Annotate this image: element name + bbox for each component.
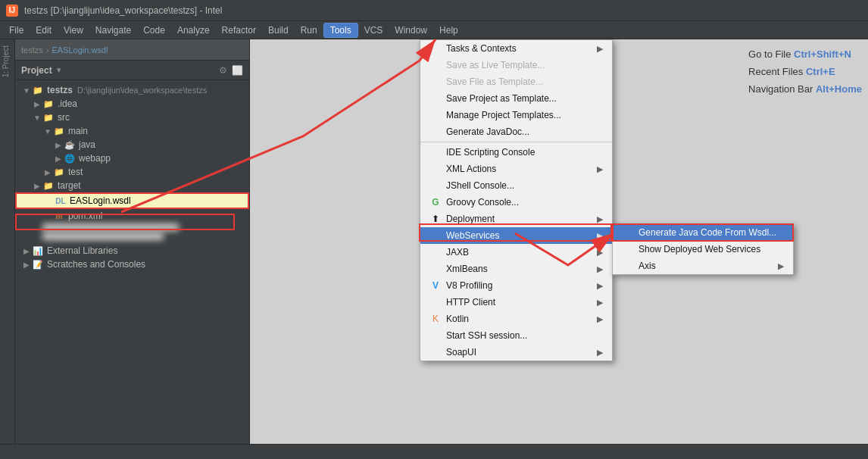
deploy-icon: ⬆ bbox=[429, 213, 442, 225]
tree-target[interactable]: ▶ 📁 target bbox=[15, 179, 249, 192]
menu-jaxb[interactable]: JAXB ▶ bbox=[420, 244, 612, 261]
v8-arrow: ▶ bbox=[597, 281, 603, 291]
menu-show-deployed[interactable]: Show Deployed Web Services bbox=[613, 241, 793, 258]
menu-ide-scripting[interactable]: IDE Scripting Console bbox=[420, 144, 612, 161]
tree-src[interactable]: ▼ 📁 src bbox=[15, 111, 249, 124]
main-label: main bbox=[68, 126, 88, 136]
pom-arrow bbox=[42, 211, 53, 221]
javadoc-icon bbox=[429, 126, 442, 138]
menu-generate-javadoc[interactable]: Generate JavaDoc... bbox=[420, 123, 612, 140]
menu-file[interactable]: File bbox=[3, 23, 30, 37]
tree-scratches[interactable]: ▶ 📝 Scratches and Consoles bbox=[15, 258, 249, 271]
wsdl-icon: DL bbox=[55, 195, 67, 207]
menu-v8-profiling[interactable]: V V8 Profiling ▶ bbox=[420, 277, 612, 294]
wsdl-label: EASLogin.wsdl bbox=[70, 195, 131, 206]
window-title: testzs [D:\jianglijun\idea_workspace\tes… bbox=[24, 5, 222, 16]
root-path: D:\jianglijun\idea_workspace\testzs bbox=[77, 86, 207, 95]
menu-save-project[interactable]: Save Project as Template... bbox=[420, 90, 612, 107]
menu-manage-templates[interactable]: Manage Project Templates... bbox=[420, 107, 612, 123]
tree-java[interactable]: ▶ ☕ java bbox=[15, 138, 249, 151]
app-icon: IJ bbox=[6, 5, 18, 17]
menu-jshell[interactable]: JShell Console... bbox=[420, 177, 612, 194]
xmlbeans-icon bbox=[429, 263, 442, 275]
menu-axis[interactable]: Axis ▶ bbox=[613, 258, 793, 274]
pom-label: pom.xml bbox=[68, 211, 102, 221]
menu-help[interactable]: Help bbox=[433, 23, 464, 37]
menu-bar: File Edit View Navigate Code Analyze Ref… bbox=[0, 21, 868, 39]
tree-wsdl[interactable]: DL EASLogin.wsdl bbox=[15, 192, 249, 209]
menu-webservices[interactable]: WebServices ▶ bbox=[420, 227, 612, 244]
menu-build[interactable]: Build bbox=[262, 23, 295, 37]
gear-icon[interactable]: ⚙ bbox=[219, 65, 227, 76]
xmlbeans-arrow: ▶ bbox=[597, 264, 603, 274]
tree-blurred-1 bbox=[15, 223, 249, 232]
menu-kotlin[interactable]: K Kotlin ▶ bbox=[420, 311, 612, 327]
tasks-icon bbox=[429, 42, 442, 55]
menu-http-client[interactable]: HTTP Client ▶ bbox=[420, 294, 612, 311]
deployed-icon bbox=[622, 243, 634, 255]
breadcrumb-file[interactable]: EASLogin.wsdl bbox=[52, 45, 108, 55]
menu-gen-java[interactable]: Generate Java Code From Wsdl... bbox=[613, 224, 793, 241]
shortcut-recent: Recent Files Ctrl+E bbox=[748, 63, 862, 80]
menu-xmlbeans[interactable]: XmlBeans ▶ bbox=[420, 261, 612, 277]
menu-code[interactable]: Code bbox=[137, 23, 171, 37]
project-strip-label[interactable]: 1: Project bbox=[0, 39, 14, 83]
tree-external-libs[interactable]: ▶ 📊 External Libraries bbox=[15, 244, 249, 258]
panel-dropdown[interactable]: ▼ bbox=[55, 66, 63, 74]
menu-analyze[interactable]: Analyze bbox=[171, 23, 216, 37]
collapse-icon[interactable]: ⬜ bbox=[232, 65, 243, 76]
menu-tasks[interactable]: Tasks & Contexts ▶ bbox=[420, 40, 612, 57]
ext-label: External Libraries bbox=[47, 245, 117, 256]
test-label: test bbox=[68, 167, 83, 177]
ws-icon bbox=[429, 230, 442, 242]
shortcut-navbar: Navigation Bar Alt+Home bbox=[748, 80, 862, 98]
menu-xml-actions[interactable]: XML Actions ▶ bbox=[420, 161, 612, 177]
tree-pom[interactable]: m pom.xml bbox=[15, 209, 249, 223]
menu-navigate[interactable]: Navigate bbox=[89, 23, 137, 37]
menu-save-live[interactable]: Save as Live Template... bbox=[420, 57, 612, 73]
tree-idea[interactable]: ▶ 📁 .idea bbox=[15, 97, 249, 111]
jshell-icon bbox=[429, 180, 442, 192]
menu-groovy[interactable]: G Groovy Console... bbox=[420, 194, 612, 211]
src-label: src bbox=[58, 112, 70, 123]
menu-window[interactable]: Window bbox=[389, 23, 433, 37]
target-label: target bbox=[58, 180, 81, 191]
src-folder-icon: 📁 bbox=[42, 111, 55, 123]
shortcut-goto: Go to File Ctrl+Shift+N bbox=[748, 45, 862, 63]
menu-run[interactable]: Run bbox=[295, 23, 323, 37]
menu-view[interactable]: View bbox=[58, 23, 89, 37]
tree-root[interactable]: ▼ 📁 testzs D:\jianglijun\idea_workspace\… bbox=[15, 83, 249, 97]
gen-java-icon bbox=[622, 226, 634, 239]
tools-menu: Tasks & Contexts ▶ Save as Live Template… bbox=[420, 39, 613, 361]
webapp-arrow: ▶ bbox=[53, 153, 64, 164]
menu-vcs[interactable]: VCS bbox=[358, 23, 389, 37]
menu-soapui[interactable]: SoapUI ▶ bbox=[420, 344, 612, 361]
deploy-arrow: ▶ bbox=[597, 214, 603, 224]
tree-webapp[interactable]: ▶ 🌐 webapp bbox=[15, 151, 249, 165]
ext-arrow: ▶ bbox=[21, 245, 32, 256]
breadcrumb-project[interactable]: testzs bbox=[21, 45, 43, 55]
menu-tools[interactable]: Tools bbox=[323, 23, 358, 38]
kotlin-arrow: ▶ bbox=[597, 314, 603, 324]
ext-icon: 📊 bbox=[32, 245, 44, 257]
ide-scripting-icon bbox=[429, 146, 442, 158]
xml-arrow: ▶ bbox=[597, 164, 603, 174]
menu-ssh[interactable]: Start SSH session... bbox=[420, 327, 612, 344]
save-file-icon bbox=[429, 76, 442, 88]
v8-icon: V bbox=[429, 279, 442, 292]
tree-test[interactable]: ▶ 📁 test bbox=[15, 165, 249, 179]
menu-refactor[interactable]: Refactor bbox=[216, 23, 262, 37]
idea-label: .idea bbox=[58, 98, 77, 109]
project-tree: ▼ 📁 testzs D:\jianglijun\idea_workspace\… bbox=[15, 80, 249, 459]
scratches-label: Scratches and Consoles bbox=[47, 259, 145, 270]
menu-edit[interactable]: Edit bbox=[30, 23, 58, 37]
menu-save-file[interactable]: Save File as Template... bbox=[420, 73, 612, 90]
java-label: java bbox=[79, 139, 95, 150]
panel-title: Project bbox=[21, 65, 52, 76]
menu-deployment[interactable]: ⬆ Deployment ▶ bbox=[420, 211, 612, 227]
root-folder-icon: 📁 bbox=[32, 84, 44, 96]
tree-main[interactable]: ▼ 📁 main bbox=[15, 124, 249, 138]
divider-1 bbox=[420, 142, 612, 142]
wsdl-arrow bbox=[44, 195, 55, 206]
main-folder-icon: 📁 bbox=[53, 125, 65, 137]
